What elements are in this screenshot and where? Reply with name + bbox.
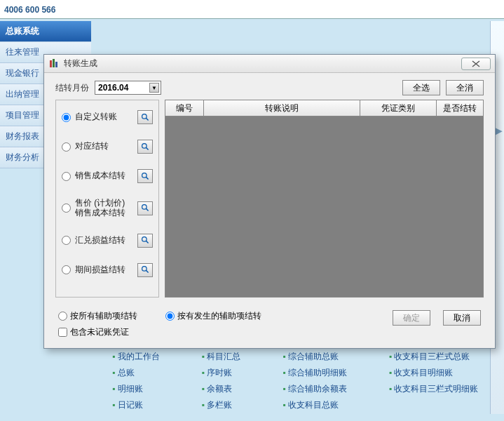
svg-rect-2 [55,62,57,67]
bottom-row: 按所有辅助项结转 包含未记账凭证 按有发生的辅助项结转 确定 取消 [44,303,495,348]
magnifier-icon [141,265,150,274]
lookup-button[interactable] [137,169,153,183]
magnifier-icon [141,172,150,181]
magnifier-icon [141,203,150,213]
option-panel: 自定义转账 对应结转 销售成本结转 售价 (计划价) 销售成本结转 汇兑损益结转 [55,100,159,298]
col-number[interactable]: 编号 [165,100,204,116]
app-icon [48,58,60,69]
chevron-down-icon: ▼ [149,83,159,93]
bg-link[interactable]: 多栏账 [202,399,241,411]
radio-aux-all[interactable] [58,312,67,321]
svg-line-12 [146,241,148,243]
lookup-button[interactable] [137,234,153,248]
option-corresponding[interactable]: 对应结转 [62,140,153,154]
bg-link[interactable]: 明细账 [112,383,160,395]
svg-line-10 [146,209,148,211]
aux-occurred-option[interactable]: 按有发生的辅助项结转 [165,310,261,322]
radio-period[interactable] [62,265,71,274]
option-exchange[interactable]: 汇兑损益结转 [62,234,153,248]
month-label: 结转月份 [55,82,89,94]
select-all-button[interactable]: 全选 [402,80,440,95]
col-voucher-type[interactable]: 凭证类别 [360,100,437,116]
option-sales-cost[interactable]: 销售成本结转 [62,169,153,183]
col-carryover[interactable]: 是否结转 [436,100,484,116]
lookup-button[interactable] [137,263,153,277]
grid-header: 编号 转账说明 凭证类别 是否结转 [165,100,484,116]
month-select[interactable]: 2016.04 ▼ [95,81,161,95]
bg-link[interactable]: 综合辅助明细账 [282,367,347,379]
svg-point-3 [142,114,147,119]
svg-line-14 [146,270,148,272]
svg-rect-1 [53,59,55,67]
titlebar: 转账生成 [44,55,495,73]
sidebar-item-general-ledger[interactable]: 总账系统 [0,21,91,42]
phone-bar: 4006 600 566 [0,0,504,19]
lookup-button[interactable] [137,140,153,154]
bg-link[interactable]: 我的工作台 [112,351,160,363]
bg-link[interactable]: 收支科目明细账 [389,367,479,379]
bg-link[interactable]: 综合辅助余额表 [282,383,347,395]
svg-point-9 [142,205,147,210]
dialog-body: 自定义转账 对应结转 销售成本结转 售价 (计划价) 销售成本结转 汇兑损益结转 [44,100,495,303]
bg-link[interactable]: 综合辅助总账 [282,351,347,363]
close-icon [471,60,481,67]
aux-all-option[interactable]: 按所有辅助项结转 [58,310,137,322]
expand-arrow-icon[interactable]: ▶ [495,125,503,136]
month-value: 2016.04 [98,83,128,93]
background-links: 我的工作台 总账 明细账 日记账 科目汇总 序时账 余额表 多栏账 综合辅助总账… [112,351,478,411]
include-unposted-option[interactable]: 包含未记账凭证 [58,326,137,338]
radio-aux-occurred[interactable] [165,312,175,321]
bg-link[interactable]: 收支科目三栏式明细账 [389,383,479,395]
svg-point-5 [142,143,147,148]
lookup-button[interactable] [137,201,153,215]
top-row: 结转月份 2016.04 ▼ 全选 全消 [44,73,495,100]
dialog-title: 转账生成 [64,58,461,69]
svg-line-8 [146,177,148,179]
radio-sales-cost[interactable] [62,172,71,181]
cancel-button[interactable]: 取消 [443,310,481,326]
bg-link[interactable]: 余额表 [202,383,241,395]
col-desc[interactable]: 转账说明 [203,100,360,116]
close-button[interactable] [461,58,491,70]
bg-link[interactable]: 总账 [112,367,160,379]
lookup-button[interactable] [137,110,153,124]
magnifier-icon [141,236,150,245]
deselect-all-button[interactable]: 全消 [446,80,484,95]
option-price-plan[interactable]: 售价 (计划价) 销售成本结转 [62,199,153,218]
svg-point-11 [142,237,147,242]
magnifier-icon [141,142,150,152]
bg-link[interactable]: 收支科目总账 [282,399,347,411]
radio-custom[interactable] [62,113,71,122]
grid-panel: 编号 转账说明 凭证类别 是否结转 [165,100,484,298]
radio-corresponding[interactable] [62,142,71,152]
option-custom-transfer[interactable]: 自定义转账 [62,110,153,124]
bg-link[interactable]: 收支科目三栏式总账 [389,351,479,363]
svg-point-13 [142,267,147,272]
ok-button[interactable]: 确定 [393,310,430,326]
radio-exchange[interactable] [62,236,71,245]
svg-rect-0 [50,60,52,67]
phone-number: 4006 600 566 [4,5,55,15]
radio-price-plan[interactable] [62,203,71,213]
magnifier-icon [141,113,150,122]
transfer-dialog: 转账生成 结转月份 2016.04 ▼ 全选 全消 自定义转账 对应结转 [43,54,496,349]
bg-link[interactable]: 科目汇总 [202,351,241,363]
grid-body[interactable] [165,116,484,298]
svg-line-6 [146,147,148,149]
bg-link[interactable]: 序时账 [202,367,241,379]
checkbox-unposted[interactable] [58,328,67,337]
svg-point-7 [142,173,147,178]
option-period[interactable]: 期间损益结转 [62,263,153,277]
bg-link[interactable]: 日记账 [112,399,160,411]
svg-line-4 [146,118,148,120]
